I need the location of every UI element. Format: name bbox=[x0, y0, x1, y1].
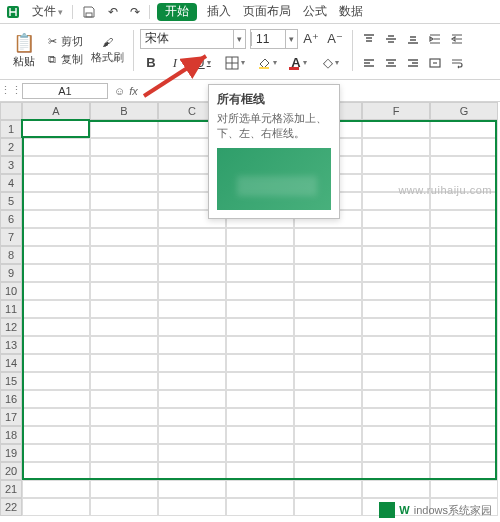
merge-cells-button[interactable] bbox=[425, 53, 445, 73]
cell[interactable] bbox=[294, 390, 362, 408]
column-header[interactable]: A bbox=[22, 102, 90, 120]
cell[interactable] bbox=[90, 444, 158, 462]
cell[interactable] bbox=[22, 300, 90, 318]
font-color-button[interactable]: A ▾ bbox=[284, 53, 314, 73]
cell[interactable] bbox=[430, 264, 498, 282]
cell[interactable] bbox=[90, 264, 158, 282]
decrease-font-button[interactable]: A⁻ bbox=[324, 29, 346, 49]
cell[interactable] bbox=[226, 426, 294, 444]
qat-redo-icon[interactable]: ↷ bbox=[124, 0, 146, 24]
row-header[interactable]: 19 bbox=[0, 444, 22, 462]
row-header[interactable]: 12 bbox=[0, 318, 22, 336]
cell[interactable] bbox=[90, 300, 158, 318]
cell[interactable] bbox=[362, 174, 430, 192]
cell[interactable] bbox=[430, 246, 498, 264]
column-header[interactable]: G bbox=[430, 102, 498, 120]
cell[interactable] bbox=[430, 462, 498, 480]
cell[interactable] bbox=[430, 426, 498, 444]
cell[interactable] bbox=[430, 156, 498, 174]
cell[interactable] bbox=[430, 390, 498, 408]
cell[interactable] bbox=[22, 138, 90, 156]
cell[interactable] bbox=[430, 408, 498, 426]
cell[interactable] bbox=[430, 174, 498, 192]
row-header[interactable]: 16 bbox=[0, 390, 22, 408]
cell[interactable] bbox=[430, 372, 498, 390]
clear-format-button[interactable]: ◇▾ bbox=[316, 53, 346, 73]
cell[interactable] bbox=[226, 390, 294, 408]
row-header[interactable]: 5 bbox=[0, 192, 22, 210]
name-box[interactable]: A1 bbox=[22, 83, 108, 99]
cell[interactable] bbox=[22, 462, 90, 480]
cell[interactable] bbox=[430, 336, 498, 354]
cell[interactable] bbox=[22, 426, 90, 444]
menu-file[interactable]: 文件▾ bbox=[26, 0, 69, 24]
cell[interactable] bbox=[90, 120, 158, 138]
italic-button[interactable]: I bbox=[164, 53, 186, 73]
cell[interactable] bbox=[226, 462, 294, 480]
cell[interactable] bbox=[158, 354, 226, 372]
cell[interactable] bbox=[90, 246, 158, 264]
cell[interactable] bbox=[362, 354, 430, 372]
cell[interactable] bbox=[90, 462, 158, 480]
align-center-button[interactable] bbox=[381, 53, 401, 73]
cell[interactable] bbox=[158, 372, 226, 390]
cell[interactable] bbox=[294, 300, 362, 318]
cell[interactable] bbox=[158, 408, 226, 426]
row-header[interactable]: 18 bbox=[0, 426, 22, 444]
cell[interactable] bbox=[430, 282, 498, 300]
cell[interactable] bbox=[430, 210, 498, 228]
cell[interactable] bbox=[22, 174, 90, 192]
cell[interactable] bbox=[226, 354, 294, 372]
cut-button[interactable]: ✂剪切 bbox=[42, 33, 86, 50]
fx-insert-icon[interactable]: ☺ bbox=[114, 85, 125, 97]
cell[interactable] bbox=[226, 498, 294, 516]
copy-button[interactable]: ⧉复制 bbox=[42, 51, 86, 68]
increase-indent-button[interactable] bbox=[425, 29, 445, 49]
cell[interactable] bbox=[158, 480, 226, 498]
cell[interactable] bbox=[362, 282, 430, 300]
cell[interactable] bbox=[294, 462, 362, 480]
cell[interactable] bbox=[362, 462, 430, 480]
row-header[interactable]: 9 bbox=[0, 264, 22, 282]
cell[interactable] bbox=[362, 408, 430, 426]
cell[interactable] bbox=[90, 354, 158, 372]
cell[interactable] bbox=[294, 336, 362, 354]
cell[interactable] bbox=[90, 372, 158, 390]
cell[interactable] bbox=[294, 426, 362, 444]
cell[interactable] bbox=[22, 228, 90, 246]
cell[interactable] bbox=[158, 318, 226, 336]
cell[interactable] bbox=[226, 300, 294, 318]
cell[interactable] bbox=[90, 336, 158, 354]
format-painter-button[interactable]: 🖌 格式刷 bbox=[88, 35, 127, 66]
cell[interactable] bbox=[158, 462, 226, 480]
cell[interactable] bbox=[22, 120, 90, 138]
cell[interactable] bbox=[90, 156, 158, 174]
cell[interactable] bbox=[362, 336, 430, 354]
cell[interactable] bbox=[226, 480, 294, 498]
cell[interactable] bbox=[90, 138, 158, 156]
cell[interactable] bbox=[158, 390, 226, 408]
cell[interactable] bbox=[362, 246, 430, 264]
cell[interactable] bbox=[22, 372, 90, 390]
cell[interactable] bbox=[362, 390, 430, 408]
increase-font-button[interactable]: A⁺ bbox=[300, 29, 322, 49]
cell[interactable] bbox=[226, 282, 294, 300]
cell[interactable] bbox=[362, 210, 430, 228]
cell[interactable] bbox=[158, 300, 226, 318]
row-header[interactable]: 2 bbox=[0, 138, 22, 156]
cell[interactable] bbox=[294, 498, 362, 516]
row-header[interactable]: 22 bbox=[0, 498, 22, 516]
tab-insert[interactable]: 插入 bbox=[201, 0, 237, 24]
cell[interactable] bbox=[90, 210, 158, 228]
font-size-combo[interactable]: 11 ▾ bbox=[250, 29, 298, 49]
cell[interactable] bbox=[22, 318, 90, 336]
cell[interactable] bbox=[362, 192, 430, 210]
cell[interactable] bbox=[22, 444, 90, 462]
cell[interactable] bbox=[430, 318, 498, 336]
borders-button[interactable]: ▾ bbox=[220, 53, 250, 73]
cell[interactable] bbox=[362, 138, 430, 156]
align-left-button[interactable] bbox=[359, 53, 379, 73]
qat-save-icon[interactable] bbox=[76, 0, 102, 24]
cell[interactable] bbox=[90, 282, 158, 300]
cell[interactable] bbox=[22, 498, 90, 516]
